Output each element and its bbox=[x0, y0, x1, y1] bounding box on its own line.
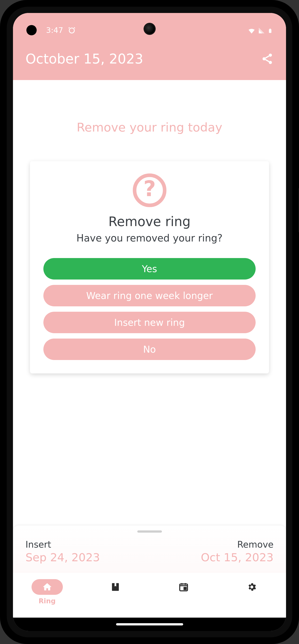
remove-label: Remove bbox=[201, 539, 274, 550]
remove-date: Oct 15, 2023 bbox=[201, 551, 274, 564]
insert-date: Sep 24, 2023 bbox=[26, 551, 100, 564]
app-bar-title: October 15, 2023 bbox=[26, 51, 143, 67]
main-content: Remove your ring today ? Remove ring Hav… bbox=[13, 80, 286, 618]
app-bar: October 15, 2023 bbox=[13, 38, 286, 80]
bookmark-icon bbox=[110, 582, 120, 592]
battery-icon bbox=[268, 27, 272, 35]
yes-button[interactable]: Yes bbox=[44, 258, 256, 280]
screen: 3:47 October 15, 2023 bbox=[13, 13, 286, 631]
extend-button[interactable]: Wear ring one week longer bbox=[44, 285, 256, 306]
dates-panel[interactable]: Insert Sep 24, 2023 Remove Oct 15, 2023 bbox=[13, 526, 286, 618]
nav-calendar[interactable] bbox=[150, 579, 218, 597]
nav-settings[interactable] bbox=[218, 579, 286, 597]
share-icon[interactable] bbox=[261, 52, 274, 65]
dates-row: Insert Sep 24, 2023 Remove Oct 15, 2023 bbox=[13, 539, 286, 573]
remove-date-block: Remove Oct 15, 2023 bbox=[201, 539, 274, 564]
nav-ring[interactable]: Ring bbox=[13, 579, 81, 605]
gear-icon bbox=[247, 582, 257, 592]
reminder-text: Remove your ring today bbox=[13, 80, 286, 161]
svg-rect-2 bbox=[270, 28, 271, 29]
svg-point-0 bbox=[69, 28, 74, 33]
svg-rect-1 bbox=[269, 29, 272, 33]
status-left: 3:47 bbox=[26, 25, 76, 35]
alarm-icon bbox=[68, 26, 76, 34]
card-question: Have you removed your ring? bbox=[76, 232, 222, 244]
svg-text:?: ? bbox=[143, 176, 156, 201]
nav-bookmark[interactable] bbox=[81, 579, 150, 597]
status-right bbox=[248, 27, 272, 35]
gesture-bar[interactable] bbox=[116, 623, 183, 626]
insert-label: Insert bbox=[26, 539, 100, 550]
calendar-icon bbox=[178, 582, 189, 592]
insert-date-block: Insert Sep 24, 2023 bbox=[26, 539, 100, 564]
svg-rect-9 bbox=[184, 588, 186, 590]
question-icon: ? bbox=[132, 172, 168, 208]
status-time: 3:47 bbox=[46, 26, 63, 35]
insert-new-button[interactable]: Insert new ring bbox=[44, 312, 256, 333]
nav-ring-label: Ring bbox=[39, 597, 56, 605]
front-camera bbox=[144, 24, 155, 34]
no-button[interactable]: No bbox=[44, 338, 256, 360]
bottom-nav: Ring bbox=[13, 573, 286, 618]
home-icon bbox=[42, 582, 52, 592]
phone-inner: 3:47 October 15, 2023 bbox=[7, 7, 292, 637]
svg-point-3 bbox=[269, 54, 272, 57]
prompt-card: ? Remove ring Have you removed your ring… bbox=[30, 161, 269, 374]
wifi-icon bbox=[248, 27, 256, 35]
system-nav bbox=[13, 618, 286, 631]
status-dot bbox=[26, 25, 37, 35]
svg-point-5 bbox=[269, 61, 272, 64]
svg-point-4 bbox=[262, 57, 266, 60]
signal-icon bbox=[258, 27, 266, 35]
card-title: Remove ring bbox=[108, 214, 190, 229]
phone-frame: 3:47 October 15, 2023 bbox=[0, 0, 299, 644]
drag-handle[interactable] bbox=[137, 530, 162, 533]
